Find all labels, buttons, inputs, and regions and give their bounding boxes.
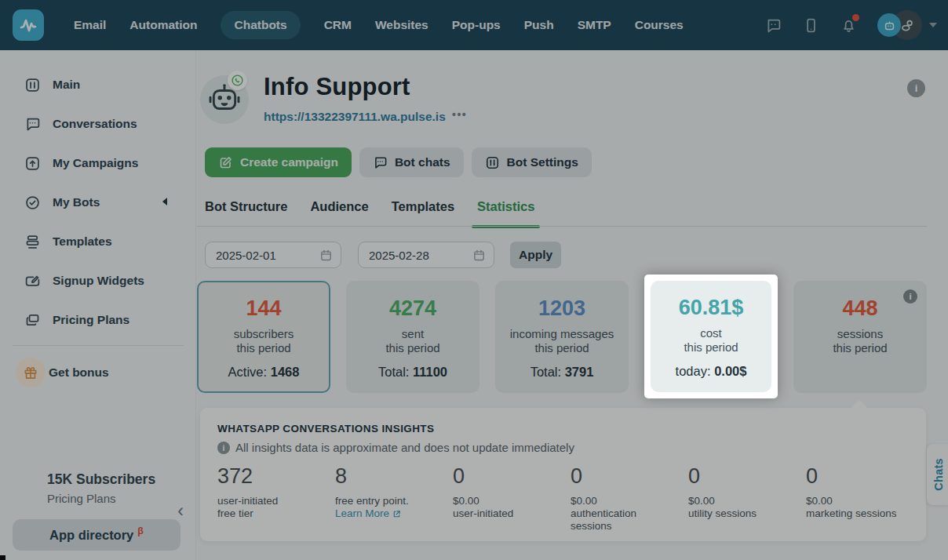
sendpulse-logo[interactable] — [13, 9, 44, 41]
tab-bot-structure[interactable]: Bot Structure — [205, 196, 287, 227]
stat-label: this period — [385, 341, 439, 355]
conversations-icon — [24, 116, 41, 133]
plan-pricing-link: Pricing Plans — [47, 492, 155, 505]
tabs-divider-line — [197, 226, 927, 227]
metric-user-initiated-free-tier: 372 user-initiated free tier — [217, 466, 335, 533]
date-to-value: 2025-02-28 — [369, 249, 429, 262]
nav-email[interactable]: Email — [74, 18, 106, 32]
metric-utility-sessions: 0 $0.00 utility sessions — [688, 466, 806, 533]
metric-label: sessions — [571, 520, 688, 533]
templates-icon — [24, 234, 41, 250]
nav-smtp[interactable]: SMTP — [578, 18, 611, 32]
scrollbar-nub[interactable] — [0, 555, 5, 560]
metric-label: user-initiated — [217, 495, 335, 507]
bell-icon[interactable] — [840, 16, 857, 34]
plan-summary[interactable]: 15K Subscribers Pricing Plans — [47, 471, 155, 505]
collapse-left-arrow-icon — [162, 198, 167, 205]
stat-card-cost-highlighted[interactable]: 60.81$ cost this period today: 0.00$ — [651, 281, 771, 392]
apply-button[interactable]: Apply — [510, 242, 561, 268]
tab-audience[interactable]: Audience — [310, 196, 368, 227]
bot-chats-button[interactable]: Bot chats — [359, 147, 464, 177]
caret-down-icon — [929, 23, 937, 27]
nav-chatbots[interactable]: Chatbots — [221, 11, 300, 39]
stat-value: 4274 — [389, 298, 436, 319]
nav-push[interactable]: Push — [524, 18, 554, 32]
stat-card-sent[interactable]: 4274 sent this period Total: 11100 — [346, 281, 479, 393]
date-from-input[interactable]: 2025-02-01 — [205, 242, 341, 268]
mobile-icon[interactable] — [802, 16, 819, 34]
sidebar-item-signup-widgets[interactable]: Signup Widgets — [0, 261, 196, 300]
metric-value: 0 — [806, 466, 924, 487]
sidebar-divider — [13, 345, 184, 346]
sidebar-collapse-chevron[interactable]: ‹ — [170, 500, 191, 521]
nav-websites[interactable]: Websites — [375, 18, 428, 32]
stat-extra: Active: 1468 — [228, 365, 300, 380]
insights-metrics-row: 372 user-initiated free tier 8 free entr… — [217, 466, 924, 533]
sessions-info-icon[interactable]: i — [903, 289, 917, 304]
messenger-icon[interactable] — [764, 16, 782, 34]
sidebar-item-label: Get bonus — [49, 365, 109, 380]
bots-icon — [24, 195, 41, 211]
sidebar-nav: Main Conversations My Campaigns My B — [0, 65, 196, 394]
metric-free-entry-point: 8 free entry point. Learn More — [335, 466, 453, 533]
date-to-input[interactable]: 2025-02-28 — [358, 242, 494, 268]
metric-label: authentication — [571, 507, 688, 520]
sidebar-item-label: Signup Widgets — [53, 274, 144, 288]
url-more-menu[interactable]: ••• — [452, 108, 467, 121]
tab-templates[interactable]: Templates — [392, 196, 454, 227]
dashboard-icon — [24, 77, 41, 93]
sidebar: Main Conversations My Campaigns My B — [0, 50, 196, 560]
stat-extra: Total: 3791 — [531, 365, 594, 380]
chat-bubble-icon — [373, 155, 388, 170]
nav-crm[interactable]: CRM — [324, 18, 352, 32]
calendar-icon — [319, 249, 333, 262]
sidebar-item-my-campaigns[interactable]: My Campaigns — [0, 144, 196, 183]
sidebar-item-my-bots[interactable]: My Bots — [0, 183, 196, 222]
metric-label: marketing sessions — [806, 507, 924, 520]
page-info-icon[interactable]: i — [907, 79, 925, 97]
settings-sliders-icon — [485, 155, 500, 170]
metric-value: 0 — [688, 466, 806, 487]
metric-value: 0 — [571, 466, 688, 487]
date-filter-row: 2025-02-01 2025-02-28 Apply — [205, 242, 561, 268]
stat-value: 1203 — [538, 298, 585, 319]
notification-dot — [852, 14, 859, 21]
bot-chats-label: Bot chats — [395, 155, 450, 169]
tab-statistics[interactable]: Statistics — [477, 196, 534, 227]
stat-label: cost — [700, 326, 722, 340]
chats-side-tab[interactable]: Chats — [927, 444, 948, 505]
stat-card-subscribers[interactable]: 144 subscribers this period Active: 1468 — [197, 281, 330, 393]
stat-label: this period — [534, 341, 589, 355]
whatsapp-insights-panel: WHATSAPP CONVERSATIONS INSIGHTS i All in… — [200, 408, 926, 541]
sidebar-item-pricing-plans[interactable]: Pricing Plans — [0, 300, 196, 340]
sidebar-item-templates[interactable]: Templates — [0, 222, 196, 261]
stat-label: subscribers — [234, 327, 294, 341]
stat-value: 448 — [842, 298, 877, 319]
stat-card-incoming-messages[interactable]: 1203 incoming messages this period Total… — [495, 281, 629, 393]
stat-label: sessions — [837, 327, 883, 341]
page-title: Info Support — [264, 73, 410, 101]
nav-popups[interactable]: Pop-ups — [452, 18, 501, 32]
plan-subscribers-count: 15K Subscribers — [47, 471, 155, 488]
sidebar-item-conversations[interactable]: Conversations — [0, 104, 196, 144]
bot-settings-button[interactable]: Bot Settings — [472, 147, 592, 177]
stat-card-sessions[interactable]: i 448 sessions this period — [793, 281, 927, 393]
sidebar-item-main[interactable]: Main — [0, 65, 196, 104]
nav-courses[interactable]: Courses — [635, 18, 684, 32]
sidebar-item-get-bonus[interactable]: Get bonus — [0, 351, 196, 394]
bot-settings-label: Bot Settings — [507, 155, 578, 169]
stat-value: 60.81$ — [679, 297, 744, 318]
date-from-value: 2025-02-01 — [216, 249, 276, 262]
app-directory-label: App directory — [49, 528, 133, 543]
app-directory-button[interactable]: App directory β — [13, 519, 180, 551]
account-menu[interactable] — [877, 10, 937, 40]
stat-extra: today: 0.00$ — [676, 364, 747, 379]
beta-badge: β — [137, 526, 144, 536]
create-campaign-button[interactable]: Create campaign — [205, 147, 352, 177]
edit-pencil-icon — [218, 155, 233, 170]
sidebar-item-label: Main — [53, 78, 80, 92]
learn-more-link[interactable]: Learn More — [335, 507, 401, 520]
nav-automation[interactable]: Automation — [129, 18, 197, 32]
metric-label: free tier — [217, 507, 335, 520]
bot-url-link[interactable]: https://13322397111.wa.pulse.is — [264, 110, 446, 124]
